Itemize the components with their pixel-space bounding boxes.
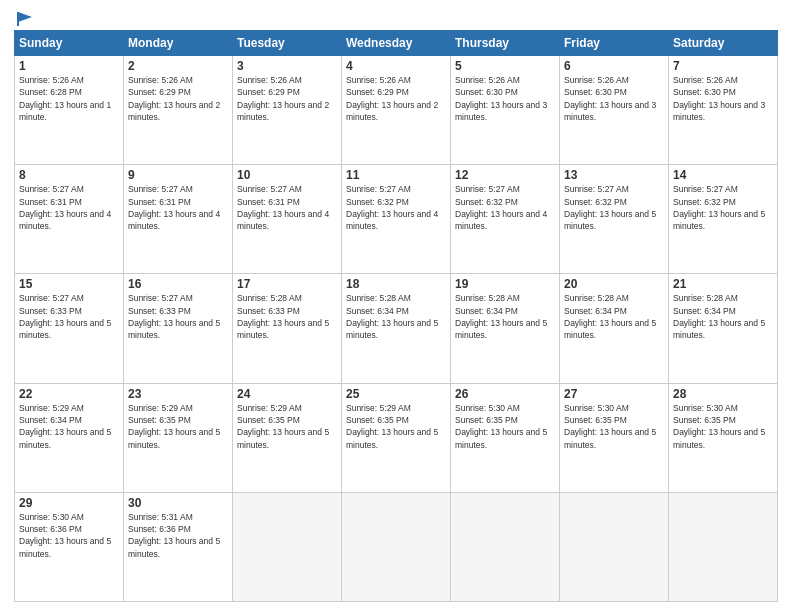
day-info: Sunrise: 5:27 AMSunset: 6:32 PMDaylight:… [673,183,773,232]
day-info: Sunrise: 5:26 AMSunset: 6:30 PMDaylight:… [673,74,773,123]
calendar-week-4: 22Sunrise: 5:29 AMSunset: 6:34 PMDayligh… [15,383,778,492]
calendar-header-monday: Monday [124,31,233,56]
day-number: 29 [19,496,119,510]
svg-rect-1 [17,12,19,26]
day-number: 5 [455,59,555,73]
day-number: 19 [455,277,555,291]
calendar-cell: 29Sunrise: 5:30 AMSunset: 6:36 PMDayligh… [15,492,124,601]
calendar-cell: 11Sunrise: 5:27 AMSunset: 6:32 PMDayligh… [342,165,451,274]
svg-marker-0 [18,12,32,22]
day-number: 3 [237,59,337,73]
day-info: Sunrise: 5:27 AMSunset: 6:32 PMDaylight:… [346,183,446,232]
calendar-header-row: SundayMondayTuesdayWednesdayThursdayFrid… [15,31,778,56]
calendar-week-3: 15Sunrise: 5:27 AMSunset: 6:33 PMDayligh… [15,274,778,383]
day-info: Sunrise: 5:31 AMSunset: 6:36 PMDaylight:… [128,511,228,560]
calendar-cell: 6Sunrise: 5:26 AMSunset: 6:30 PMDaylight… [560,56,669,165]
page: SundayMondayTuesdayWednesdayThursdayFrid… [0,0,792,612]
calendar-cell [560,492,669,601]
calendar-header-thursday: Thursday [451,31,560,56]
calendar-cell: 13Sunrise: 5:27 AMSunset: 6:32 PMDayligh… [560,165,669,274]
day-info: Sunrise: 5:30 AMSunset: 6:35 PMDaylight:… [455,402,555,451]
day-number: 13 [564,168,664,182]
calendar-cell: 23Sunrise: 5:29 AMSunset: 6:35 PMDayligh… [124,383,233,492]
calendar-cell: 12Sunrise: 5:27 AMSunset: 6:32 PMDayligh… [451,165,560,274]
day-number: 1 [19,59,119,73]
day-number: 15 [19,277,119,291]
logo [14,10,34,24]
header [14,10,778,24]
day-number: 30 [128,496,228,510]
calendar-cell: 22Sunrise: 5:29 AMSunset: 6:34 PMDayligh… [15,383,124,492]
day-info: Sunrise: 5:29 AMSunset: 6:34 PMDaylight:… [19,402,119,451]
day-info: Sunrise: 5:28 AMSunset: 6:34 PMDaylight:… [455,292,555,341]
day-number: 17 [237,277,337,291]
day-info: Sunrise: 5:26 AMSunset: 6:30 PMDaylight:… [455,74,555,123]
day-number: 7 [673,59,773,73]
calendar-cell: 5Sunrise: 5:26 AMSunset: 6:30 PMDaylight… [451,56,560,165]
day-number: 25 [346,387,446,401]
day-number: 23 [128,387,228,401]
calendar-cell: 26Sunrise: 5:30 AMSunset: 6:35 PMDayligh… [451,383,560,492]
day-info: Sunrise: 5:28 AMSunset: 6:33 PMDaylight:… [237,292,337,341]
calendar-cell: 21Sunrise: 5:28 AMSunset: 6:34 PMDayligh… [669,274,778,383]
day-info: Sunrise: 5:27 AMSunset: 6:33 PMDaylight:… [128,292,228,341]
calendar-cell [342,492,451,601]
day-info: Sunrise: 5:30 AMSunset: 6:35 PMDaylight:… [564,402,664,451]
day-info: Sunrise: 5:27 AMSunset: 6:32 PMDaylight:… [455,183,555,232]
calendar-week-2: 8Sunrise: 5:27 AMSunset: 6:31 PMDaylight… [15,165,778,274]
calendar-cell: 18Sunrise: 5:28 AMSunset: 6:34 PMDayligh… [342,274,451,383]
calendar-cell: 3Sunrise: 5:26 AMSunset: 6:29 PMDaylight… [233,56,342,165]
day-number: 9 [128,168,228,182]
day-info: Sunrise: 5:29 AMSunset: 6:35 PMDaylight:… [346,402,446,451]
day-number: 10 [237,168,337,182]
day-info: Sunrise: 5:30 AMSunset: 6:35 PMDaylight:… [673,402,773,451]
calendar-cell: 17Sunrise: 5:28 AMSunset: 6:33 PMDayligh… [233,274,342,383]
day-info: Sunrise: 5:26 AMSunset: 6:29 PMDaylight:… [128,74,228,123]
day-number: 21 [673,277,773,291]
day-number: 18 [346,277,446,291]
calendar-cell: 15Sunrise: 5:27 AMSunset: 6:33 PMDayligh… [15,274,124,383]
calendar-cell: 28Sunrise: 5:30 AMSunset: 6:35 PMDayligh… [669,383,778,492]
calendar-cell: 19Sunrise: 5:28 AMSunset: 6:34 PMDayligh… [451,274,560,383]
day-number: 11 [346,168,446,182]
day-info: Sunrise: 5:28 AMSunset: 6:34 PMDaylight:… [673,292,773,341]
calendar-cell: 24Sunrise: 5:29 AMSunset: 6:35 PMDayligh… [233,383,342,492]
calendar-cell: 20Sunrise: 5:28 AMSunset: 6:34 PMDayligh… [560,274,669,383]
day-number: 20 [564,277,664,291]
calendar-header-friday: Friday [560,31,669,56]
calendar-cell [451,492,560,601]
logo-flag-icon [16,10,34,28]
calendar-cell: 8Sunrise: 5:27 AMSunset: 6:31 PMDaylight… [15,165,124,274]
day-info: Sunrise: 5:28 AMSunset: 6:34 PMDaylight:… [346,292,446,341]
calendar-cell [233,492,342,601]
day-number: 6 [564,59,664,73]
calendar-cell: 2Sunrise: 5:26 AMSunset: 6:29 PMDaylight… [124,56,233,165]
day-number: 2 [128,59,228,73]
day-info: Sunrise: 5:28 AMSunset: 6:34 PMDaylight:… [564,292,664,341]
calendar-header-wednesday: Wednesday [342,31,451,56]
day-number: 8 [19,168,119,182]
calendar-cell: 10Sunrise: 5:27 AMSunset: 6:31 PMDayligh… [233,165,342,274]
day-info: Sunrise: 5:27 AMSunset: 6:31 PMDaylight:… [19,183,119,232]
calendar-table: SundayMondayTuesdayWednesdayThursdayFrid… [14,30,778,602]
calendar-cell: 30Sunrise: 5:31 AMSunset: 6:36 PMDayligh… [124,492,233,601]
calendar-header-sunday: Sunday [15,31,124,56]
calendar-cell: 27Sunrise: 5:30 AMSunset: 6:35 PMDayligh… [560,383,669,492]
calendar-cell: 14Sunrise: 5:27 AMSunset: 6:32 PMDayligh… [669,165,778,274]
day-info: Sunrise: 5:26 AMSunset: 6:29 PMDaylight:… [237,74,337,123]
day-number: 28 [673,387,773,401]
day-info: Sunrise: 5:29 AMSunset: 6:35 PMDaylight:… [128,402,228,451]
day-number: 12 [455,168,555,182]
day-number: 27 [564,387,664,401]
calendar-cell: 7Sunrise: 5:26 AMSunset: 6:30 PMDaylight… [669,56,778,165]
calendar-cell: 1Sunrise: 5:26 AMSunset: 6:28 PMDaylight… [15,56,124,165]
calendar-week-1: 1Sunrise: 5:26 AMSunset: 6:28 PMDaylight… [15,56,778,165]
day-info: Sunrise: 5:26 AMSunset: 6:29 PMDaylight:… [346,74,446,123]
calendar-header-saturday: Saturday [669,31,778,56]
day-info: Sunrise: 5:27 AMSunset: 6:32 PMDaylight:… [564,183,664,232]
day-info: Sunrise: 5:26 AMSunset: 6:28 PMDaylight:… [19,74,119,123]
day-info: Sunrise: 5:27 AMSunset: 6:31 PMDaylight:… [128,183,228,232]
calendar-cell: 9Sunrise: 5:27 AMSunset: 6:31 PMDaylight… [124,165,233,274]
day-number: 26 [455,387,555,401]
day-number: 16 [128,277,228,291]
